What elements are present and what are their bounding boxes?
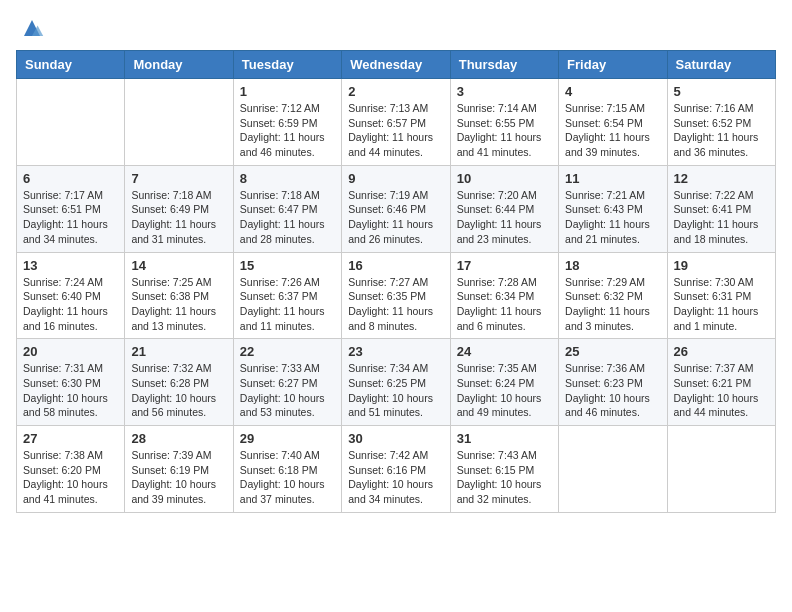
calendar-header-row: SundayMondayTuesdayWednesdayThursdayFrid… (17, 51, 776, 79)
calendar-week-1: 1Sunrise: 7:12 AM Sunset: 6:59 PM Daylig… (17, 79, 776, 166)
calendar-cell: 10Sunrise: 7:20 AM Sunset: 6:44 PM Dayli… (450, 165, 558, 252)
day-number: 4 (565, 84, 660, 99)
day-number: 18 (565, 258, 660, 273)
calendar-cell (559, 426, 667, 513)
cell-sun-info: Sunrise: 7:22 AM Sunset: 6:41 PM Dayligh… (674, 188, 769, 247)
cell-sun-info: Sunrise: 7:16 AM Sunset: 6:52 PM Dayligh… (674, 101, 769, 160)
cell-sun-info: Sunrise: 7:15 AM Sunset: 6:54 PM Dayligh… (565, 101, 660, 160)
cell-sun-info: Sunrise: 7:28 AM Sunset: 6:34 PM Dayligh… (457, 275, 552, 334)
day-number: 25 (565, 344, 660, 359)
cell-sun-info: Sunrise: 7:39 AM Sunset: 6:19 PM Dayligh… (131, 448, 226, 507)
calendar-cell: 9Sunrise: 7:19 AM Sunset: 6:46 PM Daylig… (342, 165, 450, 252)
calendar-cell: 24Sunrise: 7:35 AM Sunset: 6:24 PM Dayli… (450, 339, 558, 426)
cell-sun-info: Sunrise: 7:25 AM Sunset: 6:38 PM Dayligh… (131, 275, 226, 334)
day-number: 8 (240, 171, 335, 186)
day-number: 3 (457, 84, 552, 99)
cell-sun-info: Sunrise: 7:14 AM Sunset: 6:55 PM Dayligh… (457, 101, 552, 160)
col-header-thursday: Thursday (450, 51, 558, 79)
calendar-cell: 16Sunrise: 7:27 AM Sunset: 6:35 PM Dayli… (342, 252, 450, 339)
calendar-cell: 1Sunrise: 7:12 AM Sunset: 6:59 PM Daylig… (233, 79, 341, 166)
cell-sun-info: Sunrise: 7:18 AM Sunset: 6:47 PM Dayligh… (240, 188, 335, 247)
calendar-cell: 12Sunrise: 7:22 AM Sunset: 6:41 PM Dayli… (667, 165, 775, 252)
day-number: 22 (240, 344, 335, 359)
calendar-cell (667, 426, 775, 513)
cell-sun-info: Sunrise: 7:17 AM Sunset: 6:51 PM Dayligh… (23, 188, 118, 247)
col-header-wednesday: Wednesday (342, 51, 450, 79)
calendar-cell: 6Sunrise: 7:17 AM Sunset: 6:51 PM Daylig… (17, 165, 125, 252)
calendar-cell: 22Sunrise: 7:33 AM Sunset: 6:27 PM Dayli… (233, 339, 341, 426)
page-header (16, 16, 776, 40)
day-number: 11 (565, 171, 660, 186)
calendar-week-3: 13Sunrise: 7:24 AM Sunset: 6:40 PM Dayli… (17, 252, 776, 339)
calendar-cell: 13Sunrise: 7:24 AM Sunset: 6:40 PM Dayli… (17, 252, 125, 339)
cell-sun-info: Sunrise: 7:29 AM Sunset: 6:32 PM Dayligh… (565, 275, 660, 334)
col-header-monday: Monday (125, 51, 233, 79)
calendar-cell: 20Sunrise: 7:31 AM Sunset: 6:30 PM Dayli… (17, 339, 125, 426)
day-number: 15 (240, 258, 335, 273)
cell-sun-info: Sunrise: 7:18 AM Sunset: 6:49 PM Dayligh… (131, 188, 226, 247)
calendar-table: SundayMondayTuesdayWednesdayThursdayFrid… (16, 50, 776, 513)
cell-sun-info: Sunrise: 7:12 AM Sunset: 6:59 PM Dayligh… (240, 101, 335, 160)
day-number: 29 (240, 431, 335, 446)
calendar-cell: 7Sunrise: 7:18 AM Sunset: 6:49 PM Daylig… (125, 165, 233, 252)
day-number: 5 (674, 84, 769, 99)
calendar-cell: 21Sunrise: 7:32 AM Sunset: 6:28 PM Dayli… (125, 339, 233, 426)
day-number: 13 (23, 258, 118, 273)
col-header-friday: Friday (559, 51, 667, 79)
cell-sun-info: Sunrise: 7:43 AM Sunset: 6:15 PM Dayligh… (457, 448, 552, 507)
col-header-saturday: Saturday (667, 51, 775, 79)
calendar-week-2: 6Sunrise: 7:17 AM Sunset: 6:51 PM Daylig… (17, 165, 776, 252)
logo (16, 16, 44, 40)
cell-sun-info: Sunrise: 7:24 AM Sunset: 6:40 PM Dayligh… (23, 275, 118, 334)
calendar-cell: 23Sunrise: 7:34 AM Sunset: 6:25 PM Dayli… (342, 339, 450, 426)
calendar-cell: 19Sunrise: 7:30 AM Sunset: 6:31 PM Dayli… (667, 252, 775, 339)
day-number: 31 (457, 431, 552, 446)
calendar-cell: 28Sunrise: 7:39 AM Sunset: 6:19 PM Dayli… (125, 426, 233, 513)
calendar-cell: 27Sunrise: 7:38 AM Sunset: 6:20 PM Dayli… (17, 426, 125, 513)
day-number: 2 (348, 84, 443, 99)
day-number: 19 (674, 258, 769, 273)
calendar-cell: 29Sunrise: 7:40 AM Sunset: 6:18 PM Dayli… (233, 426, 341, 513)
calendar-cell: 14Sunrise: 7:25 AM Sunset: 6:38 PM Dayli… (125, 252, 233, 339)
calendar-cell: 17Sunrise: 7:28 AM Sunset: 6:34 PM Dayli… (450, 252, 558, 339)
calendar-cell: 25Sunrise: 7:36 AM Sunset: 6:23 PM Dayli… (559, 339, 667, 426)
cell-sun-info: Sunrise: 7:40 AM Sunset: 6:18 PM Dayligh… (240, 448, 335, 507)
day-number: 20 (23, 344, 118, 359)
calendar-cell: 3Sunrise: 7:14 AM Sunset: 6:55 PM Daylig… (450, 79, 558, 166)
day-number: 17 (457, 258, 552, 273)
col-header-tuesday: Tuesday (233, 51, 341, 79)
cell-sun-info: Sunrise: 7:31 AM Sunset: 6:30 PM Dayligh… (23, 361, 118, 420)
day-number: 6 (23, 171, 118, 186)
day-number: 27 (23, 431, 118, 446)
calendar-cell: 2Sunrise: 7:13 AM Sunset: 6:57 PM Daylig… (342, 79, 450, 166)
calendar-cell: 5Sunrise: 7:16 AM Sunset: 6:52 PM Daylig… (667, 79, 775, 166)
calendar-cell (125, 79, 233, 166)
day-number: 10 (457, 171, 552, 186)
cell-sun-info: Sunrise: 7:30 AM Sunset: 6:31 PM Dayligh… (674, 275, 769, 334)
day-number: 12 (674, 171, 769, 186)
calendar-cell: 11Sunrise: 7:21 AM Sunset: 6:43 PM Dayli… (559, 165, 667, 252)
cell-sun-info: Sunrise: 7:19 AM Sunset: 6:46 PM Dayligh… (348, 188, 443, 247)
cell-sun-info: Sunrise: 7:26 AM Sunset: 6:37 PM Dayligh… (240, 275, 335, 334)
day-number: 9 (348, 171, 443, 186)
cell-sun-info: Sunrise: 7:21 AM Sunset: 6:43 PM Dayligh… (565, 188, 660, 247)
cell-sun-info: Sunrise: 7:37 AM Sunset: 6:21 PM Dayligh… (674, 361, 769, 420)
calendar-week-4: 20Sunrise: 7:31 AM Sunset: 6:30 PM Dayli… (17, 339, 776, 426)
cell-sun-info: Sunrise: 7:38 AM Sunset: 6:20 PM Dayligh… (23, 448, 118, 507)
calendar-cell: 31Sunrise: 7:43 AM Sunset: 6:15 PM Dayli… (450, 426, 558, 513)
cell-sun-info: Sunrise: 7:27 AM Sunset: 6:35 PM Dayligh… (348, 275, 443, 334)
day-number: 1 (240, 84, 335, 99)
day-number: 30 (348, 431, 443, 446)
calendar-cell: 15Sunrise: 7:26 AM Sunset: 6:37 PM Dayli… (233, 252, 341, 339)
cell-sun-info: Sunrise: 7:34 AM Sunset: 6:25 PM Dayligh… (348, 361, 443, 420)
logo-icon (20, 16, 44, 40)
calendar-cell (17, 79, 125, 166)
cell-sun-info: Sunrise: 7:20 AM Sunset: 6:44 PM Dayligh… (457, 188, 552, 247)
calendar-cell: 4Sunrise: 7:15 AM Sunset: 6:54 PM Daylig… (559, 79, 667, 166)
col-header-sunday: Sunday (17, 51, 125, 79)
cell-sun-info: Sunrise: 7:42 AM Sunset: 6:16 PM Dayligh… (348, 448, 443, 507)
cell-sun-info: Sunrise: 7:36 AM Sunset: 6:23 PM Dayligh… (565, 361, 660, 420)
day-number: 28 (131, 431, 226, 446)
day-number: 21 (131, 344, 226, 359)
calendar-cell: 18Sunrise: 7:29 AM Sunset: 6:32 PM Dayli… (559, 252, 667, 339)
